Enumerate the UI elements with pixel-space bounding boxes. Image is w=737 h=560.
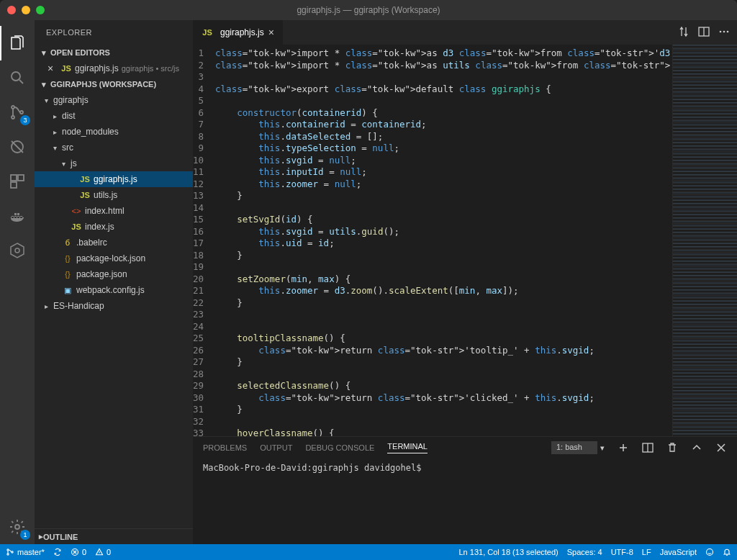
tree-item[interactable]: ▸ES-Handicap — [35, 298, 193, 314]
sb-cursor[interactable]: Ln 131, Col 18 (13 selected) — [459, 548, 559, 556]
minimize-window-button[interactable] — [22, 6, 30, 14]
twisty-icon: ▾ — [62, 160, 71, 168]
split-terminal-icon[interactable] — [642, 442, 654, 453]
chevron-down-icon: ▾ — [39, 80, 49, 89]
tree-item-label: ggiraphjs — [53, 95, 89, 105]
terminal-select[interactable]: 1: bash — [551, 441, 597, 454]
status-bar: master* 0 0 Ln 131, Col 18 (13 selected)… — [0, 544, 737, 560]
settings-icon[interactable]: 1 — [0, 510, 35, 544]
tree-item[interactable]: ▣webpack.config.js — [35, 282, 193, 298]
scm-icon[interactable]: 3 — [0, 95, 35, 130]
twisty-icon: ▾ — [45, 96, 53, 104]
svg-point-3 — [20, 111, 23, 114]
tree-item-label: ggiraphjs.js — [94, 174, 137, 184]
sb-sync[interactable] — [53, 548, 62, 556]
split-editor-icon[interactable] — [698, 26, 710, 40]
tab-ggiraphjs[interactable]: JS ggiraphjs.js × — [193, 20, 284, 45]
file-icon: <> — [71, 207, 82, 215]
tree-item-label: js — [71, 158, 77, 168]
tree-item[interactable]: JSutils.js — [35, 187, 193, 203]
file-icon: ▣ — [62, 286, 73, 295]
tree-item-label: index.js — [85, 222, 114, 232]
open-editor-item[interactable]: × JS ggiraphjs.js ggiraphjs • src/js — [35, 60, 193, 76]
sb-encoding[interactable]: UTF-8 — [611, 548, 633, 556]
terminal-body[interactable]: MacBook-Pro-de-David:ggiraphjs davidgohe… — [193, 459, 737, 544]
svg-rect-7 — [11, 182, 17, 188]
svg-point-10 — [15, 525, 19, 529]
sb-errors[interactable]: 0 — [71, 548, 86, 556]
tree-item[interactable]: ▾src — [35, 140, 193, 155]
file-icon: JS — [79, 191, 91, 199]
svg-point-9 — [15, 248, 19, 253]
svg-rect-5 — [11, 175, 17, 181]
search-icon[interactable] — [0, 60, 35, 95]
js-file-icon: JS — [60, 64, 72, 73]
kubernetes-icon[interactable] — [0, 233, 35, 268]
tree-item[interactable]: JSggiraphjs.js — [35, 171, 193, 187]
tree-item[interactable]: ▸dist — [35, 108, 193, 124]
debug-icon[interactable] — [0, 130, 35, 164]
close-icon[interactable]: × — [268, 27, 274, 38]
sb-eol[interactable]: LF — [642, 548, 651, 556]
svg-point-18 — [12, 551, 13, 553]
sb-bell-icon[interactable] — [723, 548, 731, 556]
open-editors-section[interactable]: ▾ OPEN EDITORS — [35, 45, 193, 60]
close-window-button[interactable] — [7, 6, 16, 14]
trash-icon[interactable] — [666, 442, 678, 453]
titlebar: ggiraphjs.js — ggiraphjs (Workspace) — [0, 0, 737, 20]
tree-item-label: node_modules — [62, 127, 119, 137]
svg-marker-8 — [11, 243, 24, 258]
tree-item[interactable]: {}package.json — [35, 266, 193, 282]
tree-item[interactable]: <>index.html — [35, 203, 193, 219]
minimap[interactable] — [672, 45, 737, 436]
outline-section[interactable]: ▸ OUTLINE — [35, 528, 193, 544]
tree-item[interactable]: JSindex.js — [35, 219, 193, 235]
panel-tab-debug[interactable]: DEBUG CONSOLE — [305, 443, 374, 452]
file-icon: б — [62, 238, 73, 247]
tab-bar: JS ggiraphjs.js × — [193, 20, 737, 45]
tree-item[interactable]: ▾ggiraphjs — [35, 92, 193, 108]
more-icon[interactable] — [718, 26, 730, 40]
tree-item-label: ES-Handicap — [53, 301, 104, 311]
tree-item-label: src — [62, 143, 73, 153]
tree-item-label: utils.js — [94, 190, 117, 200]
sb-spaces[interactable]: Spaces: 4 — [567, 548, 602, 556]
svg-point-14 — [727, 30, 729, 32]
code-editor[interactable]: 1234567891011121314151617181920212223242… — [193, 45, 672, 436]
tree-item[interactable]: ▾js — [35, 155, 193, 171]
sb-warnings[interactable]: 0 — [95, 548, 111, 556]
tree-item-label: package.json — [76, 269, 127, 279]
twisty-icon: ▾ — [53, 144, 62, 152]
sb-feedback-icon[interactable] — [705, 548, 714, 556]
close-icon[interactable]: × — [48, 63, 59, 74]
tab-label: ggiraphjs.js — [220, 27, 264, 37]
workspace-section[interactable]: ▾ GGIRAPHJS (WORKSPACE) — [35, 76, 193, 92]
new-terminal-icon[interactable] — [618, 442, 629, 453]
tree-item[interactable]: {}package-lock.json — [35, 250, 193, 266]
docker-icon[interactable] — [0, 199, 35, 233]
tree-item-label: index.html — [85, 206, 125, 216]
svg-point-12 — [720, 30, 722, 32]
file-icon: JS — [79, 175, 91, 184]
svg-point-16 — [7, 549, 9, 551]
svg-point-17 — [7, 554, 9, 555]
sb-branch[interactable]: master* — [6, 548, 45, 556]
explorer-icon[interactable] — [0, 26, 35, 60]
panel-tab-problems[interactable]: PROBLEMS — [203, 443, 247, 452]
code-content[interactable]: class="tok-kw">import * class="tok-kw">a… — [215, 45, 672, 436]
tree-item[interactable]: б.babelrc — [35, 235, 193, 250]
file-icon: {} — [62, 254, 73, 263]
svg-rect-6 — [18, 175, 24, 181]
sidebar: EXPLORER ▾ OPEN EDITORS × JS ggiraphjs.j… — [35, 20, 193, 544]
compare-changes-icon[interactable] — [678, 26, 689, 40]
panel-tab-terminal[interactable]: TERMINAL — [387, 442, 428, 453]
close-panel-icon[interactable] — [715, 442, 727, 453]
terminal-prompt: MacBook-Pro-de-David:ggiraphjs davidgohe… — [203, 463, 421, 473]
maximize-panel-icon[interactable] — [691, 442, 702, 453]
editor-area: JS ggiraphjs.js × 1234567891011121314151… — [193, 20, 737, 544]
extensions-icon[interactable] — [0, 164, 35, 199]
maximize-window-button[interactable] — [36, 6, 45, 14]
tree-item[interactable]: ▸node_modules — [35, 124, 193, 140]
sb-lang[interactable]: JavaScript — [660, 548, 697, 556]
panel-tab-output[interactable]: OUTPUT — [260, 443, 292, 452]
